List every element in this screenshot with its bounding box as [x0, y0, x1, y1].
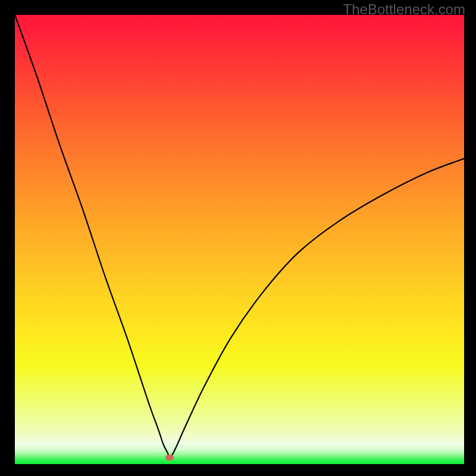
minimum-marker: [165, 455, 174, 461]
chart-plot-area: [15, 15, 464, 464]
watermark-text: TheBottleneck.com: [343, 1, 465, 18]
bottleneck-curve: [15, 15, 464, 464]
